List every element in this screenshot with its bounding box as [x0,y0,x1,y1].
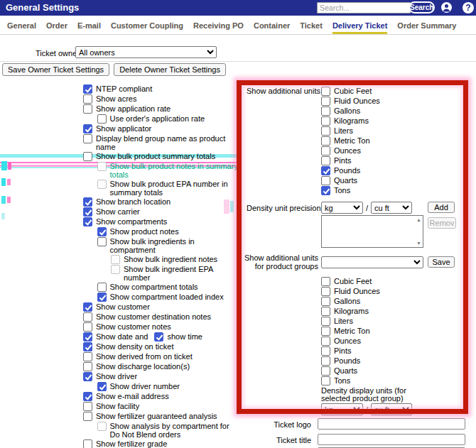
ntep-compliant-label[interactable]: NTEP compliant [96,84,152,94]
show-time-label[interactable]: show time [167,332,202,342]
show-fertilizer-grade-checkbox[interactable] [83,439,92,448]
quarts-checkbox[interactable] [321,366,330,376]
show-carrier-checkbox[interactable] [83,207,92,217]
show-product-notes-label[interactable]: Show product notes [110,227,179,236]
show-branch-location-label[interactable]: Show branch location [96,197,171,207]
metric-ton-checkbox[interactable] [321,327,330,336]
pints-label[interactable]: Pints [334,156,351,165]
kilograms-label[interactable]: Kilograms [334,307,369,316]
ounces-label[interactable]: Ounces [334,337,361,346]
show-customer-destination-notes-label[interactable]: Show customer destination notes [96,312,211,322]
show-driver-checkbox[interactable] [83,372,92,381]
show-driver-label[interactable]: Show driver [96,372,137,381]
tons-checkbox[interactable] [321,376,330,386]
show-bulk-ingredients-in-compartment-label[interactable]: Show bulk ingredients in compartment [110,237,240,254]
gallons-checkbox[interactable] [321,106,330,116]
show-customer-notes-checkbox[interactable] [83,322,92,332]
show-bulk-ingredient-notes-checkbox[interactable] [111,255,120,264]
show-bulk-ingredient-epa-number-checkbox[interactable] [111,265,120,274]
show-bulk-product-summary-totals-checkbox[interactable] [83,152,92,161]
tab-customer-coupling[interactable]: Customer Coupling [111,21,183,34]
show-e-mail-address-checkbox[interactable] [83,392,92,401]
show-discharge-location-s-checkbox[interactable] [83,362,92,371]
show-facility-label[interactable]: Show facility [96,402,139,411]
liters-checkbox[interactable] [321,126,330,136]
ntep-compliant-checkbox[interactable] [83,84,92,94]
show-compartment-totals-label[interactable]: Show compartment totals [110,283,198,292]
show-analysis-by-compartment-for-do-not-blend-orders-label[interactable]: Show analysis by compartment for Do Not … [110,422,240,439]
search-button[interactable]: Search [409,1,435,13]
kilograms-checkbox[interactable] [321,116,330,126]
show-application-rate-label[interactable]: Show application rate [96,104,171,114]
show-application-rate-checkbox[interactable] [83,104,92,114]
quarts-label[interactable]: Quarts [334,366,357,376]
fluid-ounces-checkbox[interactable] [321,287,330,296]
show-acres-checkbox[interactable] [83,94,92,104]
show-customer-label[interactable]: Show customer [96,302,150,312]
show-bulk-product-summary-totals-label[interactable]: Show bulk product summary totals [96,152,215,161]
show-bulk-product-epa-number-in-summary-totals-checkbox[interactable] [97,180,107,189]
metric-ton-label[interactable]: Metric Ton [334,327,370,336]
kilograms-label[interactable]: Kilograms [334,116,369,126]
add-button[interactable]: Add [428,202,455,213]
show-bulk-product-notes-in-summary-totals-checkbox[interactable] [97,162,107,171]
show-customer-checkbox[interactable] [83,302,92,312]
gallons-label[interactable]: Gallons [334,297,360,306]
show-applicator-checkbox[interactable] [83,124,92,133]
ticket-title-input[interactable] [318,434,465,445]
metric-ton-label[interactable]: Metric Ton [334,136,370,146]
density-precision-denominator-select[interactable]: cu ft [371,202,412,214]
ticket-owner-select[interactable]: All owners [75,46,217,58]
liters-checkbox[interactable] [321,317,330,326]
cubic-feet-label[interactable]: Cubic Feet [334,277,372,286]
density-precision-listbox[interactable]: ▲ ▼ [321,215,423,248]
pints-checkbox[interactable] [321,346,330,356]
show-product-notes-checkbox[interactable] [97,227,107,236]
show-derived-from-on-ticket-label[interactable]: Show derived from on ticket [96,352,193,361]
show-fertilizer-guaranteed-analysis-label[interactable]: Show fertilizer guaranteed analysis [96,412,217,421]
save-owner-ticket-settings-button[interactable]: Save Owner Ticket Settings [2,63,109,76]
show-bulk-product-notes-in-summary-totals-label[interactable]: Show bulk product notes in summary total… [110,162,240,179]
show-driver-number-label[interactable]: Show driver number [110,382,180,391]
show-compartments-checkbox[interactable] [83,217,92,226]
show-bulk-ingredient-epa-number-label[interactable]: Show bulk ingredient EPA number [124,265,239,282]
show-analysis-by-compartment-for-do-not-blend-orders-checkbox[interactable] [97,422,107,431]
show-compartment-totals-checkbox[interactable] [97,283,107,292]
show-compartments-label[interactable]: Show compartments [96,217,167,226]
product-group-select[interactable] [321,256,423,268]
pounds-checkbox[interactable] [321,356,330,366]
tab-e-mail[interactable]: E-mail [77,21,101,34]
pints-checkbox[interactable] [321,156,330,165]
show-bulk-ingredient-notes-label[interactable]: Show bulk ingredient notes [124,255,217,264]
quarts-checkbox[interactable] [321,176,330,185]
remove-button[interactable]: Remov [428,217,456,229]
show-compartment-loaded-index-label[interactable]: Show compartment loaded index [110,293,224,302]
ounces-label[interactable]: Ounces [334,146,361,155]
show-fertilizer-guaranteed-analysis-checkbox[interactable] [83,412,92,421]
search-input[interactable] [317,2,411,13]
metric-ton-checkbox[interactable] [321,136,330,146]
show-time-checkbox[interactable] [154,332,163,342]
display-blend-group-name-as-product-name-checkbox[interactable] [83,134,92,143]
quarts-label[interactable]: Quarts [334,176,357,185]
show-carrier-label[interactable]: Show carrier [96,207,140,217]
use-order-s-application-rate-label[interactable]: Use order's application rate [110,114,205,124]
pounds-label[interactable]: Pounds [334,356,360,366]
show-compartment-loaded-index-checkbox[interactable] [97,293,107,302]
show-e-mail-address-label[interactable]: Show e-mail address [96,392,169,401]
ticket-logo-input[interactable] [318,418,465,430]
scroll-down-icon[interactable]: ▼ [416,241,421,246]
show-customer-destination-notes-checkbox[interactable] [83,312,92,322]
scroll-up-icon[interactable]: ▲ [416,217,421,222]
delete-owner-ticket-settings-button[interactable]: Delete Owner Ticket Settings [114,63,226,76]
pints-label[interactable]: Pints [334,346,351,356]
show-customer-notes-label[interactable]: Show customer notes [96,322,171,332]
tab-general[interactable]: General [7,21,36,34]
show-bulk-ingredients-in-compartment-checkbox[interactable] [97,237,107,246]
show-branch-location-checkbox[interactable] [83,197,92,207]
cubic-feet-label[interactable]: Cubic Feet [334,87,372,96]
tab-delivery-ticket[interactable]: Delivery Ticket [332,21,387,34]
show-driver-number-checkbox[interactable] [97,382,107,391]
show-bulk-product-epa-number-in-summary-totals-label[interactable]: Show bulk product EPA number in summary … [110,180,240,197]
tab-receiving-po[interactable]: Receiving PO [193,21,244,34]
